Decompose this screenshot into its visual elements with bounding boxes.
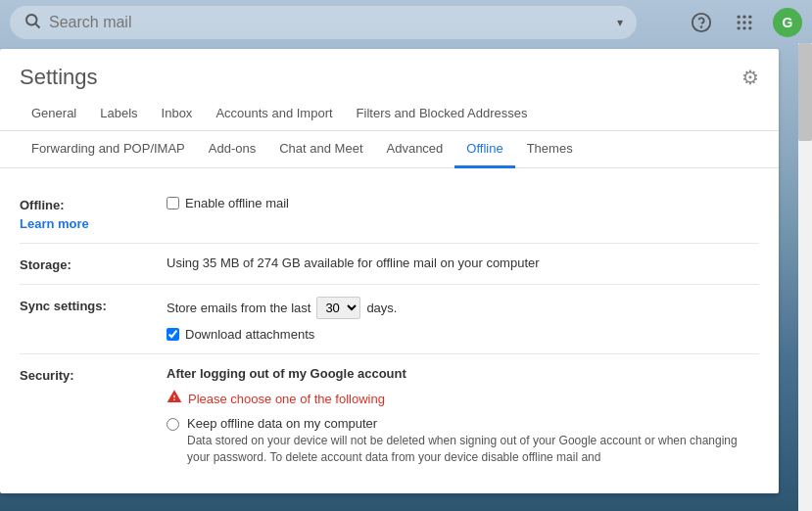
tab-accounts-import[interactable]: Accounts and Import [204, 98, 344, 131]
download-attachments-label: Download attachments [185, 327, 314, 342]
keep-offline-option: Keep offline data on my computer Data st… [167, 416, 759, 466]
tabs-row1: General Labels Inbox Accounts and Import… [0, 90, 779, 131]
tab-themes[interactable]: Themes [515, 131, 585, 168]
settings-panel: Settings ⚙ General Labels Inbox Accounts… [0, 49, 779, 493]
offline-label-text: Offline: [20, 198, 147, 212]
offline-content: Enable offline mail [167, 196, 759, 210]
sync-suffix: days. [366, 301, 397, 315]
svg-point-6 [748, 16, 751, 19]
storage-setting-row: Storage: Using 35 MB of 274 GB available… [20, 244, 759, 285]
offline-setting-row: Offline: Learn more Enable offline mail [20, 184, 759, 244]
days-row: Store emails from the last 30 7 14 60 90… [167, 297, 759, 319]
svg-point-7 [738, 21, 740, 23]
download-row: Download attachments [167, 327, 759, 342]
help-button[interactable] [687, 8, 716, 37]
learn-more-link[interactable]: Learn more [20, 216, 147, 231]
search-input[interactable] [49, 14, 609, 31]
keep-offline-label: Keep offline data on my computer [187, 416, 759, 431]
svg-point-0 [26, 15, 37, 25]
storage-label: Storage: [20, 256, 147, 272]
tab-advanced[interactable]: Advanced [375, 131, 455, 168]
storage-content: Using 35 MB of 274 GB available for offl… [167, 256, 759, 270]
tab-inbox[interactable]: Inbox [150, 98, 205, 131]
tab-general[interactable]: General [20, 98, 88, 131]
svg-point-11 [742, 26, 745, 29]
warning-icon [167, 389, 182, 408]
warning-text: Please choose one of the following [188, 392, 385, 406]
apps-button[interactable] [730, 8, 759, 37]
sync-setting-row: Sync settings: Store emails from the las… [20, 285, 759, 354]
svg-point-8 [742, 21, 745, 23]
enable-offline-checkbox[interactable] [167, 197, 179, 209]
svg-point-5 [742, 16, 745, 19]
svg-point-4 [738, 16, 740, 19]
sync-row: Store emails from the last 30 7 14 60 90… [167, 297, 759, 342]
search-dropdown-icon[interactable]: ▾ [617, 16, 623, 29]
security-setting-row: Security: After logging out of my Google… [20, 354, 759, 478]
svg-point-3 [701, 26, 702, 27]
security-content: After logging out of my Google account P… [167, 366, 759, 466]
settings-header: Settings ⚙ [0, 49, 779, 90]
top-bar-right: G [687, 8, 802, 37]
svg-line-1 [35, 23, 39, 27]
content-area: Offline: Learn more Enable offline mail … [0, 168, 779, 493]
sync-prefix: Store emails from the last [167, 301, 310, 315]
enable-offline-label: Enable offline mail [185, 196, 289, 210]
settings-title: Settings [20, 65, 98, 90]
svg-point-9 [748, 21, 751, 23]
enable-offline-row: Enable offline mail [167, 196, 759, 210]
offline-label: Offline: Learn more [20, 196, 147, 231]
warning-row: Please choose one of the following [167, 389, 759, 408]
days-select[interactable]: 30 7 14 60 90 [316, 297, 360, 319]
keep-offline-desc: Data stored on your device will not be d… [187, 433, 759, 466]
svg-point-12 [748, 26, 751, 29]
tab-filters-blocked[interactable]: Filters and Blocked Addresses [345, 98, 540, 131]
settings-gear-icon[interactable]: ⚙ [741, 66, 759, 89]
svg-point-10 [738, 26, 740, 29]
tab-forwarding[interactable]: Forwarding and POP/IMAP [20, 131, 197, 168]
security-label: Security: [20, 366, 147, 383]
scrollbar-thumb[interactable] [798, 43, 812, 141]
tabs-row2: Forwarding and POP/IMAP Add-ons Chat and… [0, 131, 779, 168]
sync-content: Store emails from the last 30 7 14 60 90… [167, 297, 759, 342]
tab-labels[interactable]: Labels [88, 98, 149, 131]
keep-offline-radio[interactable] [167, 418, 179, 431]
tab-chat-meet[interactable]: Chat and Meet [267, 131, 374, 168]
search-icon [24, 12, 41, 33]
top-bar: ▾ G [0, 0, 812, 45]
security-title: After logging out of my Google account [167, 366, 759, 381]
tab-offline[interactable]: Offline [454, 131, 514, 168]
keep-offline-text-block: Keep offline data on my computer Data st… [187, 416, 759, 466]
storage-text: Using 35 MB of 274 GB available for offl… [167, 256, 540, 270]
search-container: ▾ [10, 6, 637, 39]
tab-addons[interactable]: Add-ons [197, 131, 267, 168]
sync-label: Sync settings: [20, 297, 147, 313]
download-attachments-checkbox[interactable] [167, 328, 179, 341]
avatar[interactable]: G [773, 8, 802, 37]
